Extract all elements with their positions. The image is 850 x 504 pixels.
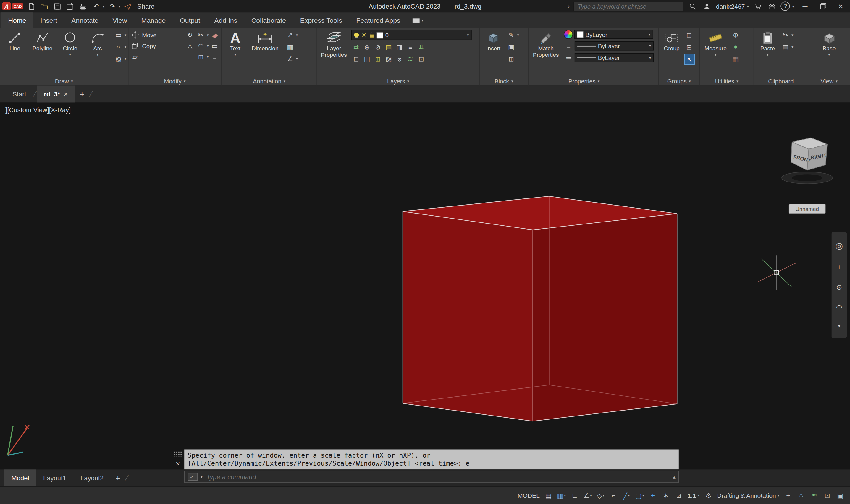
tab-collaborate[interactable]: Collaborate <box>244 13 293 28</box>
save-as-button[interactable] <box>65 1 75 12</box>
array-icon[interactable]: ⊞ <box>196 52 206 62</box>
base-button[interactable]: Base ▾ <box>817 30 842 77</box>
layer-isolate-icon[interactable]: ⊘ <box>373 42 383 52</box>
layer-unisolate-icon[interactable]: ⇊ <box>416 42 426 52</box>
panel-label-groups[interactable]: Groups▾ <box>659 76 699 86</box>
help-button[interactable]: ? <box>781 1 790 11</box>
close-button[interactable]: × <box>834 1 848 12</box>
layer-off-icon[interactable]: ◨ <box>395 42 404 52</box>
panel-label-clipboard[interactable]: Clipboard <box>754 76 808 86</box>
layer-prev-icon[interactable]: ⊕ <box>362 42 372 52</box>
layer-vpfreeze-icon[interactable]: ⌀ <box>395 54 404 64</box>
rotate-icon[interactable]: ↻ <box>185 30 195 40</box>
polar-tracking-icon[interactable]: ∠▾ <box>583 489 592 501</box>
circle-button[interactable]: Circle ▾ <box>57 30 84 77</box>
layer-freeze-tool-icon[interactable]: ▤ <box>384 42 394 52</box>
ucs-icon[interactable] <box>2 420 37 460</box>
lineweight-dropdown[interactable]: ByLayer ▾ <box>575 41 654 50</box>
command-recent-dropdown[interactable]: ▾ <box>200 475 202 479</box>
user-avatar-icon[interactable] <box>702 1 712 12</box>
layer-lock-tool-icon[interactable]: ⊟ <box>351 54 361 64</box>
autocad-logo[interactable]: A CAD <box>2 2 23 10</box>
quick-calc-icon[interactable]: ▦ <box>731 54 741 64</box>
navbar-more-icon[interactable]: ▾ <box>838 324 840 328</box>
search-field[interactable] <box>574 1 684 11</box>
stretch-icon[interactable]: ▱ <box>130 52 140 62</box>
dynamic-input-icon[interactable]: + <box>649 489 657 501</box>
trim-icon[interactable]: ✂ <box>196 30 206 40</box>
group-selection-icon[interactable]: ↖ <box>684 54 695 65</box>
layer-thaw-icon[interactable]: ⊞ <box>373 54 383 64</box>
fillet-dropdown[interactable]: ▾ <box>207 44 209 48</box>
panel-label-utilities[interactable]: Utilities▾ <box>700 76 753 86</box>
group-edit-icon[interactable]: ⊟ <box>684 42 694 52</box>
layer-match-icon[interactable]: ⇄ <box>351 42 361 52</box>
zoom-icon[interactable]: ⊙ <box>836 284 842 291</box>
paste-dropdown[interactable]: ▾ <box>766 52 768 56</box>
offset-icon[interactable]: ≡ <box>210 52 219 62</box>
redo-dropdown[interactable]: ▾ <box>119 4 120 8</box>
clean-screen-icon[interactable]: ⊡ <box>823 489 831 501</box>
layer-dropdown-arrow[interactable]: ▾ <box>467 33 469 37</box>
text-button[interactable]: A Text ▾ <box>223 30 247 77</box>
tab-output[interactable]: Output <box>173 13 207 28</box>
layer-walk-icon[interactable]: ▨ <box>384 54 394 64</box>
drawing-viewport[interactable]: −][Custom View][X-Ray] FRONT RIGHT Unnam… <box>0 103 850 469</box>
circle-dropdown[interactable]: ▾ <box>69 52 71 56</box>
share-button[interactable] <box>123 1 133 12</box>
measure-dropdown[interactable]: ▾ <box>715 52 716 56</box>
polyline-button[interactable]: Polyline <box>29 30 56 77</box>
grip-dots-icon[interactable] <box>174 451 182 456</box>
copy-label[interactable]: Copy <box>142 42 156 49</box>
annotation-monitor-icon[interactable]: + <box>784 489 792 501</box>
copy-icon[interactable] <box>130 40 140 51</box>
layer-color-swatch[interactable] <box>377 32 383 38</box>
layer-unlock-icon[interactable]: ◫ <box>362 54 372 64</box>
measure-button[interactable]: Measure ▾ <box>702 30 730 77</box>
panel-label-block[interactable]: Block▾ <box>480 76 528 86</box>
object-color-icon[interactable] <box>564 30 573 39</box>
ungroup-icon[interactable]: ⊞ <box>684 30 694 40</box>
layer-properties-button[interactable]: Layer Properties <box>319 30 349 77</box>
match-properties-button[interactable]: Match Properties <box>530 30 562 77</box>
layer-lock-icon[interactable] <box>369 32 375 38</box>
ribbon-display-toggle[interactable]: ▾ <box>407 13 429 28</box>
edit-attribute-icon[interactable]: ✎ <box>506 30 516 40</box>
navigation-bar[interactable]: ◎ + ⊙ ◠ ▾ <box>832 232 847 338</box>
graphics-performance-icon[interactable]: ≋ <box>810 489 818 501</box>
cut-icon[interactable]: ✂ <box>780 30 790 40</box>
create-block-icon[interactable]: ▣ <box>506 42 516 52</box>
ellipse-dropdown[interactable]: ▾ <box>125 45 126 49</box>
model-space-indicator[interactable]: MODEL <box>518 492 540 499</box>
tab-view[interactable]: View <box>106 13 134 28</box>
pan-icon[interactable]: + <box>837 264 841 271</box>
viewcube-unnamed-button[interactable]: Unnamed <box>789 204 826 214</box>
file-tab-close-icon[interactable]: × <box>64 90 68 98</box>
undo-dropdown[interactable]: ▾ <box>103 4 104 8</box>
help-dropdown[interactable]: ▾ <box>792 4 794 8</box>
tab-insert[interactable]: Insert <box>33 13 64 28</box>
layer-make-current-icon[interactable]: ≡ <box>405 42 415 52</box>
arc-dropdown[interactable]: ▾ <box>97 52 98 56</box>
id-point-icon[interactable]: ⊕ <box>731 30 741 40</box>
layer-freeze-icon[interactable]: ☀ <box>361 31 367 39</box>
insert-button[interactable]: Insert <box>482 30 505 77</box>
customization-icon[interactable]: ▣ <box>836 489 844 501</box>
move-icon[interactable] <box>130 30 140 40</box>
titlebar-chevron-icon[interactable]: › <box>568 3 569 9</box>
search-input[interactable] <box>577 2 681 10</box>
restore-button[interactable] <box>816 1 830 12</box>
block-editor-icon[interactable]: ⊞ <box>506 54 516 64</box>
panel-label-annotation[interactable]: Annotation▾ <box>222 76 317 86</box>
search-icon[interactable] <box>688 1 698 12</box>
lineweight-icon[interactable]: ≡ <box>564 40 574 51</box>
full-navigation-wheel-icon[interactable]: ◎ <box>835 242 843 250</box>
leader-icon[interactable]: ↗ <box>285 30 295 40</box>
file-tab-rd3[interactable]: rd_3* × <box>37 86 74 103</box>
fillet-icon[interactable]: ◠ <box>196 40 206 51</box>
table-icon[interactable]: ▦ <box>285 42 295 52</box>
dimension-style-dropdown[interactable]: ▾ <box>296 57 298 61</box>
layout-tab-layout1[interactable]: Layout1 <box>36 469 73 486</box>
tab-home[interactable]: Home <box>1 13 33 28</box>
orbit-icon[interactable]: ◠ <box>836 304 842 310</box>
